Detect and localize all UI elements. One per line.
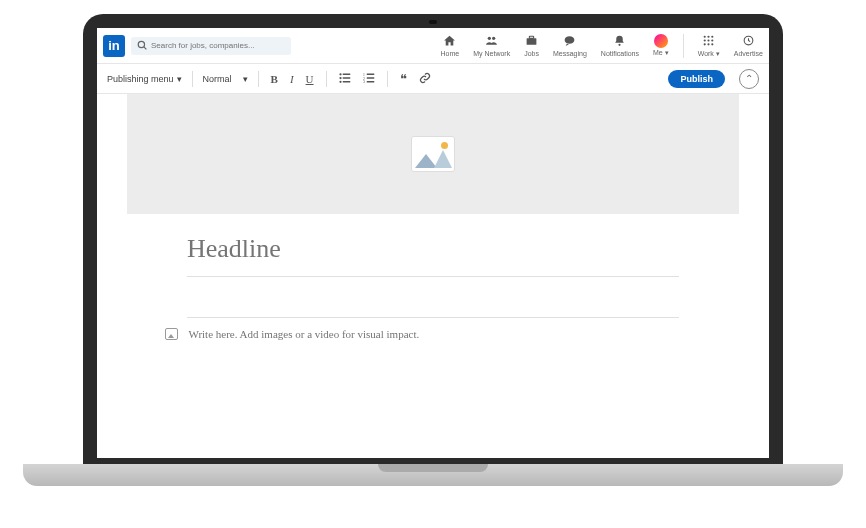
bell-icon <box>613 34 626 49</box>
svg-point-22 <box>339 80 341 82</box>
svg-rect-5 <box>529 36 533 38</box>
image-icon <box>411 136 455 172</box>
svg-point-6 <box>565 36 575 44</box>
chevron-down-icon: ▾ <box>243 74 248 84</box>
svg-point-16 <box>711 43 713 45</box>
svg-point-14 <box>704 43 706 45</box>
nav-advertise[interactable]: Advertise <box>734 34 763 57</box>
nav-home[interactable]: Home <box>441 34 460 57</box>
svg-point-8 <box>704 35 706 37</box>
grid-icon <box>702 34 715 49</box>
toolbar-separator <box>192 71 193 87</box>
svg-point-15 <box>708 43 710 45</box>
style-dropdown[interactable]: Normal ▾ <box>203 74 248 84</box>
toolbar-separator <box>387 71 388 87</box>
svg-rect-19 <box>342 73 350 75</box>
nav-label: Work ▾ <box>698 50 720 58</box>
search-input[interactable] <box>151 41 285 50</box>
search-icon <box>137 40 147 52</box>
svg-point-13 <box>711 39 713 41</box>
nav-work[interactable]: Work ▾ <box>698 34 720 58</box>
nav-separator <box>683 34 684 58</box>
svg-rect-4 <box>527 38 537 45</box>
advertise-icon <box>742 34 755 49</box>
svg-point-12 <box>708 39 710 41</box>
publish-button[interactable]: Publish <box>668 70 725 88</box>
chevron-down-icon: ▾ <box>177 74 182 84</box>
svg-rect-21 <box>342 77 350 79</box>
nav-notifications[interactable]: Notifications <box>601 34 639 57</box>
toolbar-separator <box>258 71 259 87</box>
svg-rect-23 <box>342 81 350 83</box>
divider <box>187 276 679 277</box>
svg-point-0 <box>138 41 144 47</box>
svg-point-18 <box>339 73 341 75</box>
svg-rect-29 <box>366 81 374 83</box>
svg-point-2 <box>488 37 491 40</box>
bold-button[interactable]: B <box>269 73 280 85</box>
nav-me[interactable]: Me ▾ <box>653 34 669 57</box>
nav-label: Notifications <box>601 50 639 57</box>
nav-label: My Network <box>473 50 510 57</box>
publishing-menu-dropdown[interactable]: Publishing menu ▾ <box>107 74 182 84</box>
laptop-camera <box>429 20 437 24</box>
bullet-list-button[interactable] <box>337 72 353 86</box>
svg-point-20 <box>339 76 341 78</box>
laptop-base <box>23 464 843 486</box>
publishing-menu-label: Publishing menu <box>107 74 174 84</box>
svg-text:3: 3 <box>363 80 365 84</box>
nav-label: Jobs <box>524 50 539 57</box>
svg-line-1 <box>144 46 147 49</box>
nav-label: Home <box>441 50 460 57</box>
editor-toolbar: Publishing menu ▾ Normal ▾ B I U 123 <box>97 64 769 94</box>
top-nav: in Home <box>97 28 769 64</box>
linkedin-logo[interactable]: in <box>103 35 125 57</box>
svg-point-7 <box>619 44 621 46</box>
headline-input[interactable] <box>187 234 679 270</box>
svg-point-10 <box>711 35 713 37</box>
nav-label: Messaging <box>553 50 587 57</box>
svg-point-3 <box>492 37 495 40</box>
divider <box>187 317 679 318</box>
search-box[interactable] <box>131 37 291 55</box>
network-icon <box>485 34 498 49</box>
link-button[interactable] <box>417 72 433 86</box>
svg-point-9 <box>708 35 710 37</box>
quote-button[interactable]: ❝ <box>398 71 409 87</box>
expand-button[interactable]: ⌃ <box>739 69 759 89</box>
italic-button[interactable]: I <box>288 73 296 85</box>
numbered-list-button[interactable]: 123 <box>361 72 377 86</box>
avatar <box>654 34 668 48</box>
chevron-up-icon: ⌃ <box>745 73 753 84</box>
toolbar-separator <box>326 71 327 87</box>
svg-rect-27 <box>366 77 374 79</box>
home-icon <box>443 34 456 49</box>
nav-jobs[interactable]: Jobs <box>524 34 539 57</box>
insert-media-button[interactable] <box>165 328 178 340</box>
underline-button[interactable]: U <box>304 73 316 85</box>
nav-label: Me ▾ <box>653 49 669 57</box>
nav-messaging[interactable]: Messaging <box>553 34 587 57</box>
svg-rect-25 <box>366 73 374 75</box>
briefcase-icon <box>525 34 538 49</box>
cover-image-placeholder[interactable] <box>127 94 739 214</box>
svg-point-11 <box>704 39 706 41</box>
editor-area <box>97 94 769 340</box>
messaging-icon <box>563 34 576 49</box>
app-window: in Home <box>97 28 769 458</box>
body-input[interactable] <box>188 328 679 340</box>
style-label: Normal <box>203 74 232 84</box>
nav-label: Advertise <box>734 50 763 57</box>
nav-network[interactable]: My Network <box>473 34 510 57</box>
